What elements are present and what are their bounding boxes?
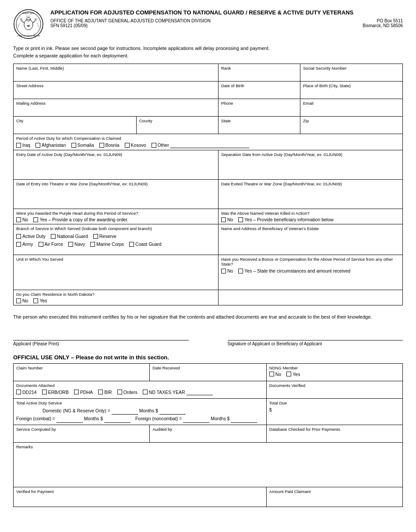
seal-icon: GREAT SEAL STATE OF NORTH DAKOTA ND ★ ★ … xyxy=(13,9,44,39)
table-row: Name (Last, First, Middle) Rank Social S… xyxy=(14,64,403,82)
active-duty-box[interactable] xyxy=(16,234,21,239)
beneficiary-sig-line[interactable] xyxy=(228,332,403,340)
residence-yes-box[interactable] xyxy=(33,298,38,303)
navy-box[interactable] xyxy=(68,242,73,247)
bosnia-checkbox[interactable]: Bosnia xyxy=(99,142,120,148)
noncombat-amount-line[interactable] xyxy=(231,417,257,423)
ndng-yes-checkbox[interactable]: Yes xyxy=(286,372,300,377)
afghanistan-checkbox[interactable]: Afghanistan xyxy=(35,142,66,148)
audited-label: Audited by xyxy=(152,427,264,432)
navy-checkbox[interactable]: Navy xyxy=(68,241,85,247)
table-row: Remarks xyxy=(14,443,403,487)
combat-amount-line[interactable] xyxy=(104,417,130,423)
bonus-yes-checkbox[interactable]: Yes – State the circumstances and amount… xyxy=(238,268,350,273)
ndng-yes-box[interactable] xyxy=(286,372,291,376)
nd-taxes-checkbox[interactable]: ND TAXES YEAR xyxy=(143,389,213,395)
orders-box[interactable] xyxy=(117,390,122,394)
bonus-no-checkbox[interactable]: No xyxy=(221,268,233,273)
army-checkbox[interactable]: Army xyxy=(16,241,33,247)
iraq-checkbox[interactable]: Iraq xyxy=(16,142,30,148)
kosovo-box[interactable] xyxy=(125,143,130,148)
docs-attached-label: Documents Attached xyxy=(16,383,264,388)
noncombat-months-line[interactable] xyxy=(183,417,209,423)
theatre-entry-value xyxy=(16,187,215,207)
residence-no-box[interactable] xyxy=(16,298,21,303)
mailing-label: Mailing Address xyxy=(16,101,215,106)
domestic-amount-line[interactable] xyxy=(159,408,186,415)
ndng-no-checkbox[interactable]: No xyxy=(269,372,281,377)
db-checked-cell: Database Checked for Prior Payments xyxy=(266,425,402,443)
sep-date-cell: Separation Date from Active Duty (Day/Mo… xyxy=(218,150,402,180)
docs-verified-label: Documents Verified xyxy=(269,383,400,388)
kosovo-checkbox[interactable]: Kosovo xyxy=(125,142,146,148)
bonus-no-box[interactable] xyxy=(221,269,226,273)
killed-cell: Was the Above Named Veteran Killed in Ac… xyxy=(218,209,402,224)
branch-service-checkboxes: Army Air Force Navy Marine Corps Coast G… xyxy=(16,241,215,247)
dob-label: Date of Birth xyxy=(221,83,297,88)
coast-guard-box[interactable] xyxy=(129,242,134,247)
reserve-box[interactable] xyxy=(93,234,98,239)
air-force-checkbox[interactable]: Air Force xyxy=(39,241,63,247)
bonus-yes-box[interactable] xyxy=(238,269,243,273)
other-box[interactable] xyxy=(152,143,156,148)
killed-yes-checkbox[interactable]: Yes – Provide beneficiary information be… xyxy=(238,217,333,222)
applicant-sig-line[interactable] xyxy=(13,332,189,340)
docs-checkboxes: DD214 ERB/ORB PDHA BIR xyxy=(16,389,264,395)
other-line[interactable] xyxy=(170,142,249,148)
nd-taxes-box[interactable] xyxy=(143,390,148,394)
table-row: City County State Zip xyxy=(14,117,403,134)
afghanistan-box[interactable] xyxy=(35,143,40,148)
killed-no-checkbox[interactable]: No xyxy=(221,217,233,222)
ph-no-box[interactable] xyxy=(16,217,21,222)
ph-yes-box[interactable] xyxy=(33,217,38,222)
reserve-checkbox[interactable]: Reserve xyxy=(93,234,116,239)
national-guard-checkbox[interactable]: National Guard xyxy=(51,234,88,239)
coast-guard-checkbox[interactable]: Coast Guard xyxy=(129,241,162,247)
ph-yes-checkbox[interactable]: Yes – Provide a copy of the awarding ord… xyxy=(33,217,128,222)
rank-cell: Rank xyxy=(218,64,300,82)
bosnia-box[interactable] xyxy=(99,143,104,148)
combat-months-line[interactable] xyxy=(56,417,83,423)
residence-yes-checkbox[interactable]: Yes xyxy=(33,298,47,303)
rank-label: Rank xyxy=(221,66,297,71)
iraq-box[interactable] xyxy=(16,143,21,148)
beneficiary-sig-label: Signature of Applicant or Beneficiary of… xyxy=(228,341,403,346)
marines-box[interactable] xyxy=(90,242,95,247)
domestic-months-line[interactable] xyxy=(112,408,138,415)
marines-checkbox[interactable]: Marine Corps xyxy=(90,241,124,247)
beneficiary-cell: Name and Address of Beneficiary of Veter… xyxy=(218,224,402,255)
air-force-box[interactable] xyxy=(39,242,43,247)
table-row: Service Computed by Audited by Database … xyxy=(14,425,403,443)
applicant-print-label: Applicant (Please Print) xyxy=(13,341,189,346)
other-checkbox[interactable]: Other xyxy=(152,142,249,148)
national-guard-box[interactable] xyxy=(51,234,56,239)
residence-no-checkbox[interactable]: No xyxy=(16,298,28,303)
erb-orb-checkbox[interactable]: ERB/ORB xyxy=(42,390,69,395)
army-box[interactable] xyxy=(16,242,21,247)
dd214-box[interactable] xyxy=(16,390,21,394)
taxes-year-line[interactable] xyxy=(187,389,213,395)
table-row: Entry Date of Active Duty (Day/Month/Yea… xyxy=(14,150,403,180)
ssn-label: Social Security Number xyxy=(303,66,400,71)
dd214-checkbox[interactable]: DD214 xyxy=(16,390,37,395)
killed-yes-box[interactable] xyxy=(238,217,243,222)
table-row: Street Address Date of Birth Place of Bi… xyxy=(14,82,403,99)
bir-box[interactable] xyxy=(98,390,103,394)
bir-checkbox[interactable]: BIR xyxy=(98,390,112,395)
pdha-checkbox[interactable]: PDHA xyxy=(74,390,93,395)
svg-text:★ ★ ★: ★ ★ ★ xyxy=(26,15,31,17)
phone-value xyxy=(221,106,297,114)
somalia-box[interactable] xyxy=(71,143,76,148)
zip-cell: Zip xyxy=(300,117,403,134)
bonus-checkboxes: No Yes – State the circumstances and amo… xyxy=(221,268,400,273)
ndng-no-box[interactable] xyxy=(269,372,274,376)
orders-checkbox[interactable]: Orders xyxy=(117,390,137,395)
pdha-box[interactable] xyxy=(74,390,79,394)
killed-no-box[interactable] xyxy=(221,217,226,222)
ph-no-checkbox[interactable]: No xyxy=(16,217,28,222)
somalia-checkbox[interactable]: Somalia xyxy=(71,142,94,148)
signature-row: Applicant (Please Print) Signature of Ap… xyxy=(13,332,403,346)
active-duty-checkbox[interactable]: Active Duty xyxy=(16,234,46,239)
erb-orb-box[interactable] xyxy=(42,390,47,394)
remarks-cell: Remarks xyxy=(14,443,403,487)
